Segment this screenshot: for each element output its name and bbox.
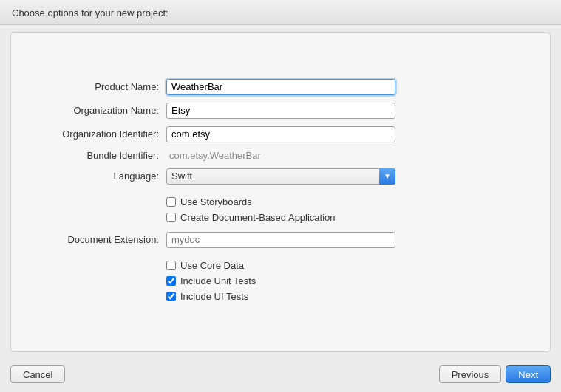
language-row: Language: Swift Objective-C ▼ bbox=[26, 168, 535, 185]
create-doc-based-row: Create Document-Based Application bbox=[166, 212, 535, 223]
org-identifier-label: Organization Identifier: bbox=[26, 128, 166, 140]
dialog-footer: Cancel Previous Next bbox=[0, 360, 561, 392]
language-select[interactable]: Swift Objective-C bbox=[166, 168, 395, 185]
use-storyboards-checkbox[interactable] bbox=[166, 197, 176, 207]
doc-extension-wrap bbox=[166, 232, 395, 248]
footer-right: Previous Next bbox=[439, 365, 551, 383]
next-button[interactable]: Next bbox=[506, 365, 551, 383]
bundle-identifier-wrap: com.etsy.WeatherBar bbox=[166, 150, 395, 161]
language-label: Language: bbox=[26, 171, 166, 182]
org-identifier-input[interactable] bbox=[166, 126, 395, 142]
use-storyboards-row: Use Storyboards bbox=[166, 196, 535, 207]
cancel-button[interactable]: Cancel bbox=[10, 365, 65, 383]
include-ui-tests-checkbox[interactable] bbox=[166, 292, 176, 301]
previous-button[interactable]: Previous bbox=[439, 365, 502, 383]
include-unit-tests-checkbox[interactable] bbox=[166, 276, 176, 286]
bundle-identifier-label: Bundle Identifier: bbox=[26, 150, 166, 161]
include-ui-tests-label[interactable]: Include UI Tests bbox=[180, 291, 248, 302]
header-title: Choose options for your new project: bbox=[12, 7, 169, 18]
include-unit-tests-row: Include Unit Tests bbox=[166, 275, 535, 286]
doc-extension-row: Document Extension: bbox=[26, 232, 535, 248]
org-name-input[interactable] bbox=[166, 103, 395, 119]
include-ui-tests-row: Include UI Tests bbox=[166, 291, 535, 302]
org-name-row: Organization Name: bbox=[26, 103, 535, 119]
product-name-label: Product Name: bbox=[26, 81, 166, 92]
doc-extension-input[interactable] bbox=[166, 232, 395, 248]
org-identifier-row: Organization Identifier: bbox=[26, 126, 535, 142]
dialog-body: Product Name: Organization Name: Organiz… bbox=[10, 32, 551, 352]
create-doc-based-checkbox[interactable] bbox=[166, 213, 176, 222]
org-name-wrap bbox=[166, 103, 395, 119]
language-select-wrap: Swift Objective-C ▼ bbox=[166, 168, 395, 185]
product-name-row: Product Name: bbox=[26, 79, 535, 95]
use-storyboards-label[interactable]: Use Storyboards bbox=[180, 196, 252, 207]
create-doc-based-label[interactable]: Create Document-Based Application bbox=[180, 212, 336, 223]
bundle-identifier-value: com.etsy.WeatherBar bbox=[166, 148, 261, 162]
language-wrap: Swift Objective-C ▼ bbox=[166, 168, 395, 185]
use-core-data-row: Use Core Data bbox=[166, 260, 535, 271]
product-name-input[interactable] bbox=[166, 79, 395, 95]
org-name-label: Organization Name: bbox=[26, 105, 166, 116]
dialog-header: Choose options for your new project: bbox=[0, 0, 561, 25]
use-core-data-label[interactable]: Use Core Data bbox=[180, 260, 244, 271]
doc-extension-label: Document Extension: bbox=[26, 234, 166, 245]
bundle-identifier-row: Bundle Identifier: com.etsy.WeatherBar bbox=[26, 150, 535, 161]
product-name-wrap bbox=[166, 79, 395, 95]
use-core-data-checkbox[interactable] bbox=[166, 261, 176, 270]
org-identifier-wrap bbox=[166, 126, 395, 142]
include-unit-tests-label[interactable]: Include Unit Tests bbox=[180, 275, 256, 286]
